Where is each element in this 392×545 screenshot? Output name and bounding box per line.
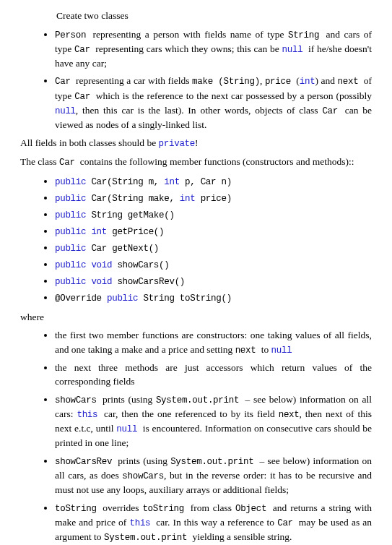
list-item: toString overrides toString from class O… xyxy=(55,501,372,544)
where-bullets: the first two member functions are const… xyxy=(51,328,372,544)
all-fields-note: All fields in both classes should be pri… xyxy=(20,136,372,150)
code-person: Person xyxy=(55,30,93,40)
list-item: the first two member functions are const… xyxy=(55,328,372,357)
car-methods: public Car(String m, int p, Car n) publi… xyxy=(51,174,372,306)
list-item: public int getPrice() xyxy=(55,224,372,239)
list-item: public Car(String make, int price) xyxy=(55,191,372,205)
list-item: showCarsRev prints (using System.out.pri… xyxy=(55,454,372,497)
list-item: public String getMake() xyxy=(55,207,372,222)
bullet-person: Person representing a person with fields… xyxy=(55,27,372,71)
where-label: where xyxy=(20,310,372,325)
intro-text: Create two classes xyxy=(56,9,372,23)
list-item: public void showCarsRev() xyxy=(55,274,372,288)
list-item: public void showCars() xyxy=(55,257,372,272)
null-kw: null xyxy=(282,45,308,55)
top-bullets: Person representing a person with fields… xyxy=(51,27,372,132)
list-item: public Car getNext() xyxy=(55,241,372,255)
list-item: the next three methods are just accessor… xyxy=(55,361,372,389)
list-item: public Car(String m, int p, Car n) xyxy=(55,174,372,189)
private-kw: private xyxy=(159,139,195,149)
list-item: @Override public String toString() xyxy=(55,291,372,305)
car-intro: The class Car contains the following mem… xyxy=(20,155,372,169)
bullet-car: Car representing a car with fields make … xyxy=(55,74,372,132)
list-item: showCars prints (using System.out.print … xyxy=(55,392,372,450)
